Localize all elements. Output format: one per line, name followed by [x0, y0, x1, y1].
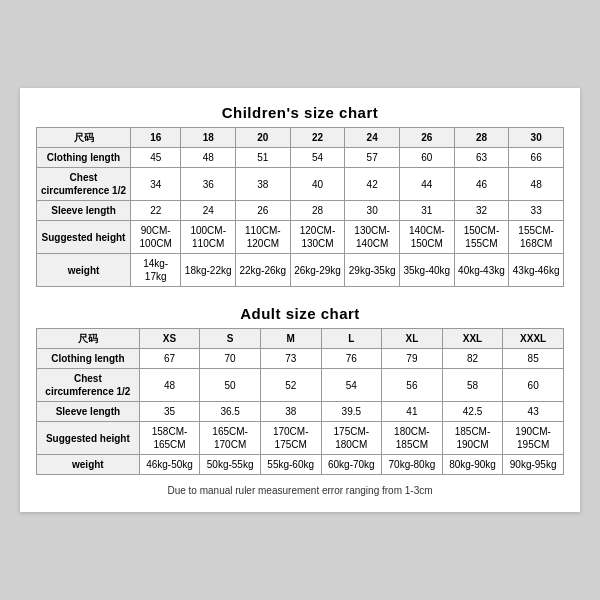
cell-value: 32 [454, 201, 509, 221]
cell-value: 73 [260, 349, 321, 369]
table-row: Chest circumference 1/248505254565860 [37, 369, 564, 402]
row-label: Suggested height [37, 221, 131, 254]
note-text: Due to manual ruler measurement error ra… [36, 485, 564, 496]
cell-value: 36 [181, 168, 236, 201]
cell-value: 34 [131, 168, 181, 201]
cell-value: 43 [503, 402, 564, 422]
cell-value: 26kg-29kg [290, 254, 345, 287]
cell-value: 110CM-120CM [236, 221, 291, 254]
column-header: 尺码 [37, 128, 131, 148]
cell-value: 51 [236, 148, 291, 168]
cell-value: 120CM-130CM [290, 221, 345, 254]
cell-value: 130CM-140CM [345, 221, 400, 254]
cell-value: 90CM-100CM [131, 221, 181, 254]
cell-value: 79 [382, 349, 443, 369]
cell-value: 48 [509, 168, 564, 201]
cell-value: 33 [509, 201, 564, 221]
row-label: Chest circumference 1/2 [37, 369, 140, 402]
cell-value: 46 [454, 168, 509, 201]
column-header: 24 [345, 128, 400, 148]
cell-value: 22kg-26kg [236, 254, 291, 287]
row-label: Chest circumference 1/2 [37, 168, 131, 201]
cell-value: 48 [139, 369, 200, 402]
cell-value: 155CM-168CM [509, 221, 564, 254]
cell-value: 14kg-17kg [131, 254, 181, 287]
cell-value: 35 [139, 402, 200, 422]
cell-value: 43kg-46kg [509, 254, 564, 287]
children-title: Children's size chart [36, 104, 564, 121]
column-header: 26 [399, 128, 454, 148]
column-header: XS [139, 329, 200, 349]
row-label: weight [37, 455, 140, 475]
cell-value: 175CM-180CM [321, 422, 382, 455]
adult-table: 尺码XSSMLXLXXLXXXLClothing length677073767… [36, 328, 564, 475]
cell-value: 70kg-80kg [382, 455, 443, 475]
table-row: Sleeve length3536.53839.54142.543 [37, 402, 564, 422]
cell-value: 50 [200, 369, 261, 402]
cell-value: 90kg-95kg [503, 455, 564, 475]
column-header: XL [382, 329, 443, 349]
cell-value: 40 [290, 168, 345, 201]
table-row: weight14kg-17kg18kg-22kg22kg-26kg26kg-29… [37, 254, 564, 287]
column-header: 30 [509, 128, 564, 148]
table-row: Sleeve length2224262830313233 [37, 201, 564, 221]
table-row: Clothing length67707376798285 [37, 349, 564, 369]
cell-value: 70 [200, 349, 261, 369]
row-label: Suggested height [37, 422, 140, 455]
column-header: 尺码 [37, 329, 140, 349]
cell-value: 165CM-170CM [200, 422, 261, 455]
size-chart-card: Children's size chart 尺码1618202224262830… [20, 88, 580, 512]
column-header: L [321, 329, 382, 349]
column-header: 22 [290, 128, 345, 148]
column-header: 28 [454, 128, 509, 148]
cell-value: 150CM-155CM [454, 221, 509, 254]
cell-value: 38 [236, 168, 291, 201]
cell-value: 28 [290, 201, 345, 221]
cell-value: 31 [399, 201, 454, 221]
row-label: Clothing length [37, 349, 140, 369]
table-row: Chest circumference 1/23436384042444648 [37, 168, 564, 201]
column-header: XXXL [503, 329, 564, 349]
cell-value: 76 [321, 349, 382, 369]
table-row: Suggested height90CM-100CM100CM-110CM110… [37, 221, 564, 254]
cell-value: 38 [260, 402, 321, 422]
cell-value: 100CM-110CM [181, 221, 236, 254]
cell-value: 48 [181, 148, 236, 168]
cell-value: 41 [382, 402, 443, 422]
table-row: Clothing length4548515457606366 [37, 148, 564, 168]
column-header: M [260, 329, 321, 349]
cell-value: 82 [442, 349, 503, 369]
cell-value: 60 [503, 369, 564, 402]
table-row: Suggested height158CM-165CM165CM-170CM17… [37, 422, 564, 455]
cell-value: 56 [382, 369, 443, 402]
row-label: weight [37, 254, 131, 287]
cell-value: 50kg-55kg [200, 455, 261, 475]
cell-value: 185CM-190CM [442, 422, 503, 455]
cell-value: 180CM-185CM [382, 422, 443, 455]
cell-value: 190CM-195CM [503, 422, 564, 455]
cell-value: 158CM-165CM [139, 422, 200, 455]
cell-value: 85 [503, 349, 564, 369]
row-label: Clothing length [37, 148, 131, 168]
column-header: 20 [236, 128, 291, 148]
cell-value: 67 [139, 349, 200, 369]
cell-value: 54 [321, 369, 382, 402]
cell-value: 57 [345, 148, 400, 168]
cell-value: 45 [131, 148, 181, 168]
cell-value: 30 [345, 201, 400, 221]
cell-value: 52 [260, 369, 321, 402]
cell-value: 40kg-43kg [454, 254, 509, 287]
cell-value: 42 [345, 168, 400, 201]
cell-value: 35kg-40kg [399, 254, 454, 287]
adult-title: Adult size chart [36, 305, 564, 322]
cell-value: 42.5 [442, 402, 503, 422]
cell-value: 18kg-22kg [181, 254, 236, 287]
cell-value: 55kg-60kg [260, 455, 321, 475]
cell-value: 22 [131, 201, 181, 221]
column-header: 18 [181, 128, 236, 148]
cell-value: 58 [442, 369, 503, 402]
column-header: XXL [442, 329, 503, 349]
cell-value: 46kg-50kg [139, 455, 200, 475]
cell-value: 80kg-90kg [442, 455, 503, 475]
cell-value: 36.5 [200, 402, 261, 422]
